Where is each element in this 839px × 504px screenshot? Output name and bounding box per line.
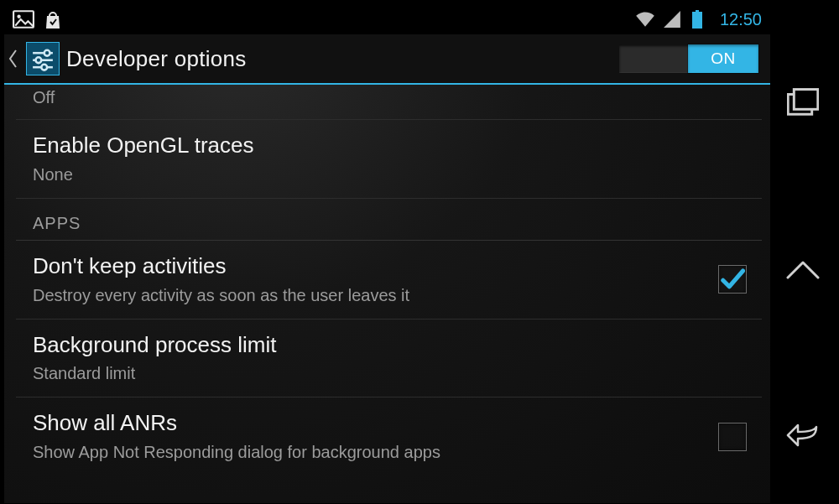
svg-rect-2	[696, 10, 699, 12]
actionbar: Developer options ON	[4, 34, 770, 85]
developer-options-icon	[26, 42, 60, 75]
svg-point-9	[41, 65, 47, 70]
hardware-nav	[770, 2, 836, 502]
dont-keep-activities-summary: Destroy every activity as soon as the us…	[33, 284, 705, 307]
list-item-show-all-anrs[interactable]: Show all ANRs Show App Not Responding di…	[4, 397, 770, 475]
device-frame: 12:50	[0, 0, 839, 504]
show-all-anrs-summary: Show App Not Responding dialog for backg…	[33, 441, 705, 464]
battery-icon	[691, 10, 713, 29]
clock: 12:50	[720, 10, 762, 29]
dont-keep-activities-title: Don't keep activities	[33, 252, 705, 281]
background-process-limit-title: Background process limit	[33, 331, 747, 360]
statusbar-system: 12:50	[634, 10, 762, 29]
actionbar-up[interactable]: Developer options	[8, 42, 619, 75]
developer-options-master-switch[interactable]: ON	[619, 44, 758, 73]
settings-list[interactable]: Off Enable OpenGL traces None APPS Don't…	[4, 85, 770, 503]
svg-point-5	[44, 50, 50, 56]
screen: 12:50	[4, 4, 770, 503]
svg-rect-11	[794, 90, 818, 110]
picture-notification-icon	[13, 10, 34, 29]
dont-keep-activities-checkbox[interactable]	[718, 265, 747, 294]
recents-button[interactable]	[786, 86, 820, 119]
list-item-opengl-traces[interactable]: Enable OpenGL traces None	[4, 120, 770, 198]
wifi-icon	[634, 10, 656, 29]
section-header-apps: APPS	[4, 199, 770, 240]
cell-signal-icon	[663, 10, 685, 29]
svg-point-7	[36, 57, 42, 63]
actionbar-title: Developer options	[66, 46, 247, 72]
svg-rect-3	[692, 12, 702, 29]
shopping-bag-notification-icon	[43, 10, 65, 29]
statusbar-notifications[interactable]	[13, 10, 65, 29]
home-button[interactable]	[786, 252, 820, 286]
switch-thumb-on: ON	[688, 44, 758, 73]
list-item-dont-keep-activities[interactable]: Don't keep activities Destroy every acti…	[4, 241, 770, 319]
back-caret-icon	[8, 48, 19, 70]
statusbar: 12:50	[4, 4, 770, 34]
show-all-anrs-title: Show all ANRs	[33, 409, 705, 438]
list-item-background-process-limit[interactable]: Background process limit Standard limit	[4, 320, 770, 397]
background-process-limit-summary: Standard limit	[33, 362, 747, 385]
opengl-traces-title: Enable OpenGL traces	[33, 132, 747, 160]
opengl-traces-summary: None	[33, 164, 747, 186]
svg-point-1	[17, 15, 20, 18]
show-all-anrs-checkbox[interactable]	[718, 423, 747, 451]
list-item-previous[interactable]: Off	[4, 85, 770, 119]
back-button[interactable]	[786, 418, 820, 452]
previous-item-summary: Off	[33, 86, 747, 109]
